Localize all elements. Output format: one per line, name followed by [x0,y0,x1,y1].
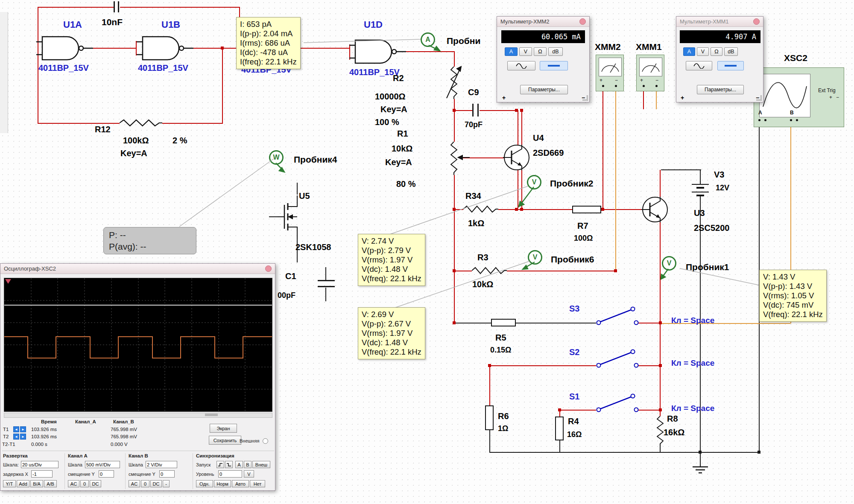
wire[interactable] [454,175,455,210]
wire[interactable] [406,51,455,52]
resistor-r34[interactable] [463,205,498,213]
chb-minus-button[interactable]: - [163,480,170,487]
multimeter-xmm1-icon[interactable]: + − [636,55,664,91]
terminal[interactable] [764,119,766,121]
resistor-r7[interactable] [572,206,601,213]
wire[interactable] [480,110,518,111]
chb-ac-button[interactable]: AC [129,480,140,487]
wire[interactable] [325,288,326,301]
trigger-normal-button[interactable]: Норм [214,480,231,487]
wire[interactable] [516,323,596,323]
capacitor-plate[interactable] [318,286,335,287]
terminal[interactable] [790,119,792,121]
mode-volt-button[interactable]: V [697,47,709,56]
t2-right-button[interactable]: ► [20,434,26,440]
resistor-r8[interactable] [656,416,664,446]
parameters-button[interactable]: Параметры... [697,85,744,94]
wire[interactable] [489,452,760,453]
trigger-single-button[interactable]: Одн. [196,480,213,487]
ac-mode-button[interactable] [686,61,712,70]
probe-readout-v2[interactable]: V: 2.74 V V(p-p): 2.79 V V(rms): 1.97 V … [358,234,425,286]
chb-offset-input[interactable] [159,470,175,478]
wire[interactable] [38,123,120,124]
multimeter-xmm2-window[interactable]: Мультиметр-XMM2 60.065 mA A V Ω dB Парам… [497,16,590,102]
terminal[interactable] [758,119,760,121]
ab-mode-button[interactable]: A/B [44,480,57,487]
wire[interactable] [489,430,490,452]
terminal[interactable] [796,119,798,121]
transistor-u4[interactable] [503,144,530,171]
resize-grip[interactable] [756,95,762,101]
multimeter-xmm2-icon[interactable]: + − [596,55,624,91]
wire[interactable] [461,157,504,158]
wire[interactable] [489,365,490,405]
save-button[interactable]: Сохранить [209,436,241,445]
wire[interactable] [521,111,522,145]
add-mode-button[interactable]: Add [17,480,29,487]
mode-db-button[interactable]: dB [548,47,563,56]
wire[interactable] [454,51,455,67]
trigger-source-b-button[interactable]: B [244,461,252,468]
wire[interactable] [507,271,616,271]
ac-mode-button[interactable] [507,61,535,70]
yt-mode-button[interactable]: Y/T [3,480,16,487]
wire[interactable] [615,90,616,271]
power-probe-icon[interactable]: W [269,150,284,165]
voltage-probe-icon[interactable]: V [662,256,676,271]
scope-scrollbar[interactable] [4,413,272,418]
switch-s3[interactable] [595,306,640,326]
transistor-u3[interactable] [641,196,669,223]
mode-ampere-button[interactable]: A [683,47,695,56]
wire[interactable] [120,7,239,8]
window-titlebar[interactable]: Мультиметр-XMM2 [497,17,589,27]
trigger-auto-button[interactable]: Авто [232,480,249,487]
potentiometer-r2[interactable] [450,67,458,99]
wire[interactable] [93,48,137,49]
wire[interactable] [162,123,223,124]
cha-offset-input[interactable] [99,470,114,478]
potentiometer-r1[interactable] [450,142,458,175]
wire[interactable] [660,222,661,416]
mode-volt-button[interactable]: V [519,47,532,56]
mode-db-button[interactable]: dB [724,47,738,56]
external-radio[interactable] [263,438,268,444]
wire[interactable] [454,271,455,323]
parameters-button[interactable]: Параметры... [520,85,568,94]
probe-readout-v1[interactable]: V: 1.43 V V(p-p): 1.43 V V(rms): 1.05 V … [759,270,827,322]
nand-gate-u1b[interactable] [137,35,193,61]
resize-grip[interactable] [582,95,588,101]
close-icon[interactable] [579,18,586,25]
wire[interactable] [454,323,491,323]
resistor-r6[interactable] [485,405,494,430]
window-titlebar[interactable]: Осциллограф-XSC2 [0,264,275,274]
screen-button[interactable]: Экран [210,424,237,433]
falling-edge-button[interactable] [225,461,233,468]
resistor-r12[interactable] [120,119,162,127]
trigger-level-input[interactable] [218,470,242,478]
cha-zero-button[interactable]: 0 [80,480,89,487]
mode-ampere-button[interactable]: A [505,47,518,56]
terminal[interactable] [602,85,604,87]
wire[interactable] [454,271,472,271]
cha-scale-input[interactable] [85,461,120,468]
nand-gate-u1d[interactable] [349,38,406,65]
chb-scale-input[interactable] [146,461,177,468]
capacitor-plate[interactable] [118,1,119,12]
resistor-r4[interactable] [555,417,564,440]
scrollbar-handle[interactable] [205,414,218,416]
wire[interactable] [521,170,522,210]
ba-mode-button[interactable]: B/A [30,480,43,487]
trigger-source-ext-button[interactable]: Внеш [252,461,270,468]
multimeter-xmm1-window[interactable]: Мультиметр-XMM1 4.907 A A V Ω dB Парамет… [676,16,763,102]
wire[interactable] [638,323,660,323]
probe-readout-power[interactable]: P: -- P(avg): -- [103,227,196,254]
wire[interactable] [559,410,596,411]
close-icon[interactable] [265,265,272,272]
terminal[interactable] [643,85,645,87]
current-probe-icon[interactable]: A [421,32,435,47]
wire[interactable] [638,410,660,411]
oscilloscope-window[interactable]: Осциллограф-XSC2 [0,263,275,491]
resistor-r3[interactable] [472,267,507,274]
terminal[interactable] [655,85,658,87]
cursor-1-marker[interactable] [5,279,11,284]
